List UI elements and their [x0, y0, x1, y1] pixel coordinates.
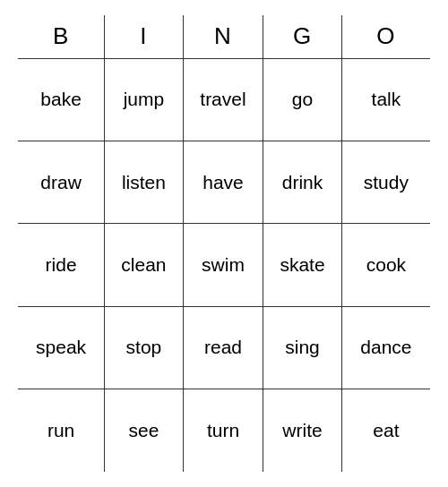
header-row: BINGO	[18, 15, 430, 58]
cell-r3-c0: speak	[18, 306, 105, 389]
header-col-n: N	[183, 15, 263, 58]
cell-r4-c2: turn	[183, 389, 263, 472]
bingo-card: BINGO bakejumptravelgotalkdrawlistenhave…	[18, 15, 430, 472]
cell-r1-c3: drink	[263, 141, 342, 223]
cell-r3-c2: read	[183, 306, 263, 389]
cell-r0-c3: go	[263, 58, 342, 141]
cell-r2-c4: cook	[341, 224, 430, 306]
cell-r2-c0: ride	[18, 224, 105, 306]
cell-r1-c4: study	[341, 141, 430, 223]
header-col-o: O	[341, 15, 430, 58]
table-row: bakejumptravelgotalk	[18, 58, 430, 141]
cell-r1-c1: listen	[105, 141, 184, 223]
cell-r3-c1: stop	[105, 306, 184, 389]
cell-r4-c3: write	[263, 389, 342, 472]
cell-r0-c1: jump	[105, 58, 184, 141]
cell-r2-c1: clean	[105, 224, 184, 306]
cell-r3-c4: dance	[341, 306, 430, 389]
cell-r2-c2: swim	[183, 224, 263, 306]
cell-r1-c2: have	[183, 141, 263, 223]
cell-r0-c4: talk	[341, 58, 430, 141]
table-row: ridecleanswimskatecook	[18, 224, 430, 306]
cell-r0-c2: travel	[183, 58, 263, 141]
cell-r2-c3: skate	[263, 224, 342, 306]
cell-r0-c0: bake	[18, 58, 105, 141]
header-col-b: B	[18, 15, 105, 58]
bingo-table: BINGO bakejumptravelgotalkdrawlistenhave…	[18, 15, 430, 472]
table-row: drawlistenhavedrinkstudy	[18, 141, 430, 223]
cell-r1-c0: draw	[18, 141, 105, 223]
cell-r3-c3: sing	[263, 306, 342, 389]
table-row: runseeturnwriteeat	[18, 389, 430, 472]
cell-r4-c1: see	[105, 389, 184, 472]
table-row: speakstopreadsingdance	[18, 306, 430, 389]
header-col-i: I	[105, 15, 184, 58]
cell-r4-c4: eat	[341, 389, 430, 472]
cell-r4-c0: run	[18, 389, 105, 472]
header-col-g: G	[263, 15, 342, 58]
